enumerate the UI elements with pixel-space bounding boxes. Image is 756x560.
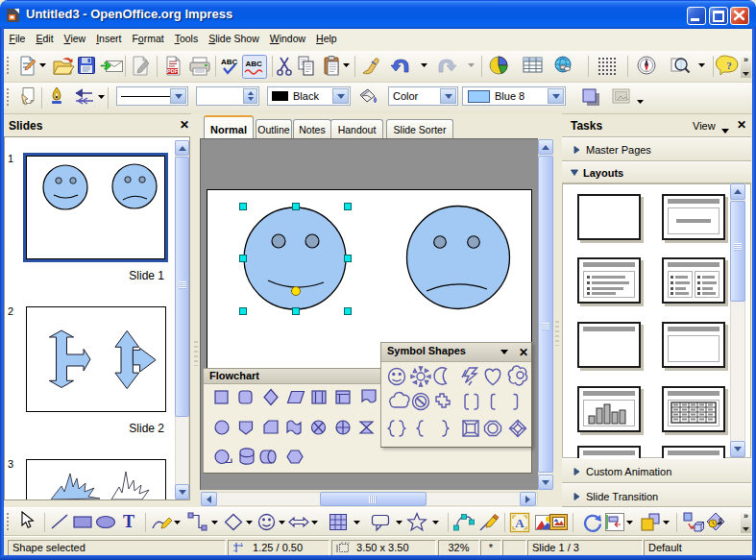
svg-text:»: » [744, 511, 748, 521]
svg-text:ABC: ABC [246, 60, 263, 68]
svg-text:T: T [123, 512, 134, 531]
svg-text:»: » [744, 55, 748, 64]
svg-text:A: A [515, 516, 524, 530]
svg-text:?: ? [726, 60, 732, 71]
svg-text:PDF: PDF [167, 68, 179, 74]
